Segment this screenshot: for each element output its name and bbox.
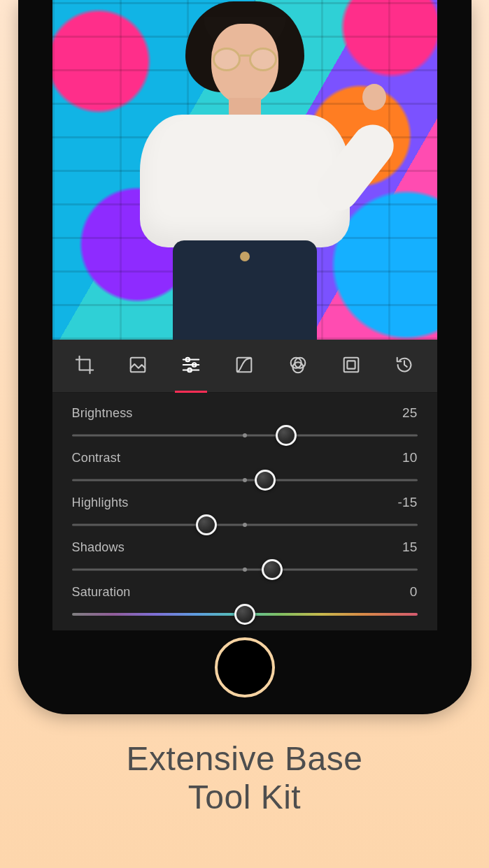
- adjust-panel: Brightness 25 Contrast 10: [52, 393, 437, 630]
- slider-thumb[interactable]: [262, 559, 283, 580]
- vignette-icon: [341, 354, 362, 378]
- slider-row-contrast: Contrast 10: [72, 450, 418, 495]
- tab-color[interactable]: [279, 340, 317, 393]
- svg-rect-8: [344, 357, 359, 372]
- slider-shadows[interactable]: [72, 559, 418, 580]
- history-icon: [394, 354, 415, 378]
- slider-value: 25: [402, 405, 418, 421]
- tab-photo[interactable]: [119, 340, 157, 393]
- slider-value: -15: [397, 495, 417, 510]
- svg-rect-9: [347, 361, 355, 368]
- slider-thumb[interactable]: [255, 470, 276, 491]
- app-screen: Brightness 25 Contrast 10: [52, 0, 437, 630]
- slider-label: Contrast: [72, 451, 121, 465]
- slider-value: 0: [410, 584, 418, 600]
- image-preview[interactable]: [52, 0, 437, 340]
- tab-crop[interactable]: [66, 340, 104, 393]
- slider-row-brightness: Brightness 25: [72, 405, 418, 450]
- tab-vignette[interactable]: [332, 340, 370, 393]
- tab-curves[interactable]: [225, 340, 263, 393]
- home-button[interactable]: [215, 637, 275, 697]
- slider-highlights[interactable]: [72, 514, 418, 535]
- slider-value: 15: [402, 540, 418, 555]
- color-channels-icon: [288, 354, 309, 378]
- curves-icon: [234, 354, 255, 378]
- marketing-caption: Extensive Base Tool Kit: [0, 739, 489, 816]
- tab-adjust[interactable]: [172, 340, 210, 393]
- phone-frame: Brightness 25 Contrast 10: [18, 0, 472, 714]
- preview-subject: [126, 0, 364, 340]
- slider-contrast[interactable]: [72, 470, 418, 491]
- slider-label: Shadows: [72, 540, 125, 555]
- slider-label: Saturation: [72, 585, 131, 600]
- adjust-sliders-icon: [180, 354, 201, 378]
- slider-thumb[interactable]: [276, 425, 297, 446]
- slider-brightness[interactable]: [72, 425, 418, 446]
- photo-icon: [127, 354, 148, 378]
- slider-thumb[interactable]: [196, 514, 217, 535]
- caption-line: Extensive Base: [0, 739, 489, 778]
- slider-row-saturation: Saturation 0: [72, 584, 418, 629]
- tab-history[interactable]: [385, 340, 423, 393]
- crop-icon: [74, 354, 95, 378]
- slider-row-highlights: Highlights -15: [72, 495, 418, 540]
- slider-label: Highlights: [72, 496, 129, 510]
- slider-label: Brightness: [72, 406, 133, 421]
- slider-thumb[interactable]: [234, 604, 255, 625]
- editor-toolbar: [52, 340, 437, 393]
- svg-rect-0: [131, 357, 146, 372]
- slider-value: 10: [402, 450, 418, 465]
- slider-row-shadows: Shadows 15: [72, 540, 418, 584]
- caption-line: Tool Kit: [0, 778, 489, 816]
- slider-saturation[interactable]: [72, 604, 418, 625]
